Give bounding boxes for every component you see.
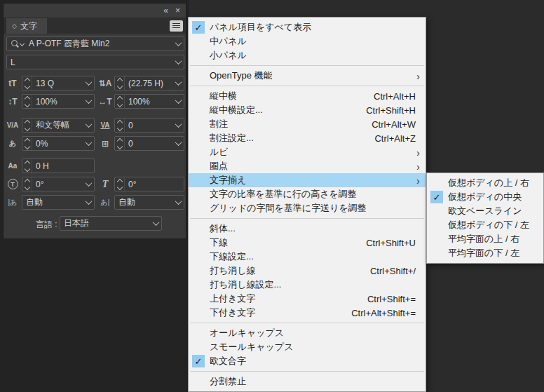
panel-menu-button[interactable] [170, 20, 183, 32]
leading-field[interactable]: (22.75 H) [114, 76, 184, 90]
menu-item[interactable]: 分割禁止 [189, 374, 426, 388]
font-family-combo[interactable]: A P-OTF 霞青藍 Min2 [6, 36, 184, 51]
menu-item[interactable]: 平均字面の上 / 右 [427, 232, 543, 246]
menu-item[interactable]: グリッドの字間を基準に字送りを調整 [189, 201, 426, 215]
menu-item[interactable]: スモールキャップス [189, 340, 426, 354]
menu-item[interactable]: 文字揃え› [189, 173, 426, 187]
menu-item-label: グリッドの字間を基準に字送りを調整 [210, 202, 367, 215]
menu-item[interactable]: 平均字面の下 / 左 [427, 246, 543, 260]
rotation-stepper[interactable] [22, 177, 32, 191]
leading-icon: ⇅A [97, 76, 113, 90]
menu-item[interactable]: 欧文ベースライン [427, 204, 543, 218]
menu-item[interactable]: ✓仮想ボディの中央 [427, 190, 543, 204]
menu-item[interactable]: 下線設定... [189, 250, 426, 264]
chevron-down-icon[interactable] [150, 221, 161, 226]
baseline-shift-stepper[interactable] [22, 159, 32, 173]
jidori-value[interactable]: 0 [125, 139, 172, 149]
menu-item[interactable]: ✓欧文合字 [189, 354, 426, 368]
menu-item[interactable]: 打ち消し線Ctrl+Shift+/ [189, 264, 426, 278]
menu-item[interactable]: 下線Ctrl+Shift+U [189, 236, 426, 250]
horizontal-scale-stepper[interactable] [115, 95, 125, 108]
menu-item-gutter [192, 222, 205, 235]
chevron-down-icon[interactable] [83, 99, 94, 104]
checkmark-icon: ✓ [192, 21, 205, 34]
close-icon[interactable]: × [175, 6, 180, 15]
menu-item[interactable]: 仮想ボディの上 / 右 [427, 176, 543, 190]
menu-item-gutter [192, 49, 205, 62]
tracking-stepper[interactable] [115, 119, 125, 132]
menu-item-label: 圏点 [210, 160, 228, 173]
baseline-shift-value[interactable]: 0 H [32, 161, 94, 171]
menu-item[interactable]: 割注Ctrl+Alt+W [189, 117, 426, 131]
menu-item[interactable]: 下付き文字Ctrl+Alt+Shift+= [189, 306, 426, 320]
menu-item-label: 打ち消し線 [210, 264, 256, 277]
vertical-scale-value[interactable]: 100% [32, 97, 83, 107]
menu-item[interactable]: 中パネル [189, 34, 426, 48]
submenu-arrow-icon: › [416, 161, 426, 172]
kerning-value[interactable]: 和文等幅 [32, 119, 83, 131]
menu-item-label: 割注設定... [210, 132, 254, 144]
kerning-field[interactable]: 和文等幅 [22, 118, 95, 133]
rotation-field[interactable]: 0° [22, 177, 95, 191]
vertical-scale-stepper[interactable] [22, 95, 32, 108]
jidori-field[interactable]: 0 [114, 136, 184, 151]
tsume-field[interactable]: 0% [22, 136, 95, 151]
menu-item[interactable]: ✓パネル項目をすべて表示 [189, 20, 426, 34]
menu-item-label: 下付き文字 [210, 306, 255, 319]
chevron-down-icon[interactable] [172, 81, 184, 86]
skew-field[interactable]: 0° [114, 177, 184, 191]
menu-item[interactable]: 縦中横Ctrl+Alt+H [189, 89, 426, 103]
rotation-value[interactable]: 0° [32, 180, 83, 189]
chevron-down-icon[interactable] [83, 182, 94, 187]
menu-separator [190, 86, 424, 86]
horizontal-scale-value[interactable]: 100% [125, 97, 172, 107]
font-size-stepper[interactable] [22, 76, 32, 90]
tracking-value[interactable]: 0 [125, 121, 172, 130]
collapse-panel-icon[interactable]: « [163, 6, 168, 15]
vertical-scale-field[interactable]: 100% [22, 94, 95, 109]
font-style-combo[interactable]: L [6, 55, 184, 69]
chevron-down-icon[interactable] [172, 200, 184, 205]
menu-item[interactable]: OpenType 機能› [189, 69, 426, 83]
chevron-down-icon[interactable] [172, 141, 184, 146]
chevron-down-icon[interactable] [172, 123, 184, 128]
tab-character[interactable]: ◇ 文字 [6, 18, 47, 34]
aki-before-field[interactable]: 自動 [22, 195, 95, 210]
chevron-down-icon[interactable] [83, 123, 94, 128]
font-size-value[interactable]: 13 Q [32, 79, 83, 88]
kerning-stepper[interactable] [22, 119, 32, 132]
skew-value[interactable]: 0° [125, 180, 184, 189]
chevron-down-icon[interactable] [172, 41, 184, 46]
chevron-down-icon[interactable] [172, 99, 184, 104]
tsume-stepper[interactable] [22, 137, 32, 150]
menu-item[interactable]: 圏点› [189, 159, 426, 173]
aki-before-value[interactable]: 自動 [22, 196, 83, 208]
font-size-field[interactable]: 13 Q [22, 76, 95, 90]
aki-after-value[interactable]: 自動 [115, 196, 172, 208]
jidori-icon: ⊞ [97, 136, 113, 151]
menu-item[interactable]: 小パネル [189, 48, 426, 62]
chevron-down-icon[interactable] [172, 60, 184, 65]
chevron-down-icon[interactable] [83, 141, 94, 146]
menu-item[interactable]: オールキャップス [189, 326, 426, 340]
menu-item[interactable]: 斜体... [189, 222, 426, 236]
menu-item[interactable]: ルビ› [189, 145, 426, 159]
menu-item[interactable]: 上付き文字Ctrl+Shift+= [189, 292, 426, 306]
chevron-down-icon[interactable] [83, 81, 94, 86]
chevron-down-icon[interactable] [83, 200, 94, 205]
leading-value[interactable]: (22.75 H) [125, 79, 172, 88]
menu-item[interactable]: 打ち消し線設定... [189, 278, 426, 292]
horizontal-scale-field[interactable]: 100% [114, 94, 184, 109]
tsume-value[interactable]: 0% [32, 139, 83, 149]
baseline-shift-field[interactable]: 0 H [22, 158, 95, 173]
leading-stepper[interactable] [115, 76, 125, 90]
menu-item[interactable]: 仮想ボディの下 / 左 [427, 218, 543, 232]
aki-after-field[interactable]: 自動 [114, 195, 184, 210]
language-combo[interactable]: 日本語 [60, 216, 162, 231]
skew-stepper[interactable] [115, 177, 125, 191]
menu-item[interactable]: 縦中横設定...Ctrl+Shift+H [189, 103, 426, 117]
tracking-field[interactable]: 0 [114, 118, 184, 133]
menu-item[interactable]: 文字の比率を基準に行の高さを調整 [189, 187, 426, 201]
menu-item[interactable]: 割注設定...Ctrl+Alt+Z [189, 131, 426, 145]
jidori-stepper[interactable] [115, 137, 125, 150]
